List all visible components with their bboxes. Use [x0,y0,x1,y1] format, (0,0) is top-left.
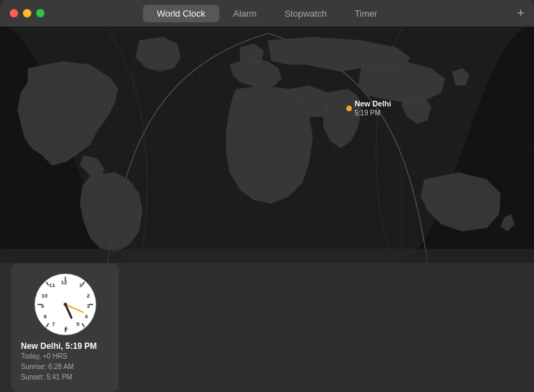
close-button[interactable] [10,9,18,17]
svg-rect-7 [0,249,534,263]
clock-city-time: New Delhi, 5:19 PM [21,341,109,351]
svg-text:6: 6 [64,325,67,332]
svg-text:11: 11 [49,282,55,288]
svg-text:12: 12 [60,279,67,286]
clock-today: Today, +0 HRS [21,351,109,361]
analog-clock: 12 1 2 3 4 5 6 7 8 9 10 11 [34,273,97,336]
svg-text:8: 8 [43,313,47,320]
minimize-button[interactable] [23,9,31,17]
maximize-button[interactable] [36,9,44,17]
svg-text:10: 10 [41,293,47,299]
svg-text:New Delhi: New Delhi [355,99,391,108]
svg-text:5: 5 [76,321,79,327]
tab-stopwatch[interactable]: Stopwatch [270,5,341,22]
svg-text:5:19 PM: 5:19 PM [355,109,380,117]
tab-alarm[interactable]: Alarm [219,5,270,22]
svg-text:7: 7 [51,321,55,327]
tab-world-clock[interactable]: World Clock [143,5,219,22]
traffic-lights [0,9,44,17]
svg-text:9: 9 [40,303,44,309]
bottom-area: 12 1 2 3 4 5 6 7 8 9 10 11 [0,263,534,392]
add-clock-button[interactable]: + [517,7,524,19]
world-map-container: New Delhi 5:19 PM [0,26,534,263]
svg-text:2: 2 [86,293,90,299]
clock-sunrise: Sunrise: 6:28 AM [21,361,109,372]
svg-point-8 [346,106,352,111]
clock-info: New Delhi, 5:19 PM Today, +0 HRS Sunrise… [21,341,109,382]
svg-point-34 [63,302,67,306]
clock-sunset: Sunset: 5:41 PM [21,372,109,382]
clock-card-new-delhi: 12 1 2 3 4 5 6 7 8 9 10 11 [11,263,119,392]
svg-text:3: 3 [86,303,90,309]
nav-tabs: World Clock Alarm Stopwatch Timer [143,5,391,22]
svg-text:4: 4 [84,313,88,320]
svg-text:1: 1 [79,282,82,288]
titlebar: World Clock Alarm Stopwatch Timer + [0,0,534,26]
tab-timer[interactable]: Timer [341,5,391,22]
